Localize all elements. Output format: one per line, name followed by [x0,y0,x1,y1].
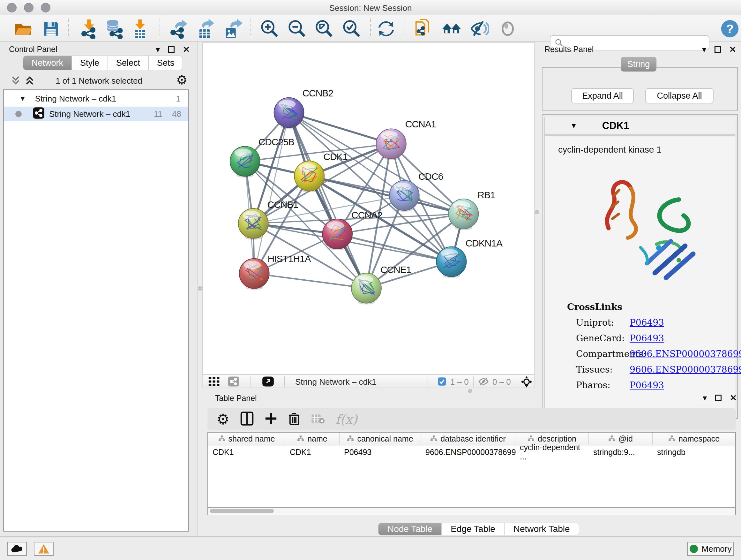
column-header-database-identifier[interactable]: database identifier [421,433,515,445]
export-table-icon[interactable] [195,18,216,39]
table-cell[interactable]: P06493 [340,445,421,459]
export-network-icon[interactable] [169,18,189,39]
node-label-CDK1: CDK1 [323,151,347,162]
selected-checkbox-icon[interactable] [437,377,447,387]
column-header-name[interactable]: name [285,433,340,445]
warning-button[interactable] [34,542,54,556]
table-row[interactable]: CDK1CDK1P064939606.ENSP00000378699cyclin… [208,445,735,459]
tab-sets[interactable]: Sets [149,56,183,70]
toolbar-separator [159,18,160,38]
left-splitter-handle[interactable] [198,287,202,291]
panel-float-icon[interactable] [715,46,721,53]
table-cell[interactable]: stringdb:9... [589,445,653,459]
network-node-CDK1[interactable] [294,161,324,192]
network-node-CCNA1[interactable] [376,129,406,160]
import-network-database-icon[interactable] [104,18,124,39]
right-splitter-handle[interactable] [535,210,539,214]
crosslink-label: Tissues: [576,364,630,375]
crosslink-pharos-link[interactable]: P06493 [630,380,664,390]
network-edge-CCNB2-CCNA1[interactable] [289,113,391,144]
add-column-icon[interactable] [265,412,277,427]
shared-column-icon [218,435,225,442]
help-icon[interactable]: ? [720,18,740,39]
panel-close-icon[interactable]: ✕ [183,45,190,54]
crosslink-tissues-link[interactable]: 9606.ENSP00000378699 [630,364,741,375]
column-header-canonical-name[interactable]: canonical name [340,433,421,445]
zoom-fit-content-icon[interactable] [314,18,334,39]
network-canvas[interactable]: CCNB2CCNA1CDC25BCDK1CDC6RB1CCNB1CCNA2CDK… [202,43,535,374]
column-header-namespace[interactable]: namespace [653,433,736,445]
inspect-eye-icon[interactable] [497,18,518,39]
crosslink-genecard-link[interactable]: P06493 [630,333,664,344]
column-header--id[interactable]: @id [589,433,653,445]
tab-network-table[interactable]: Network Table [504,523,579,536]
table-cell[interactable]: cyclin-dependent ... [515,445,589,459]
network-node-CCNB1[interactable] [239,208,268,240]
table-cell[interactable]: 9606.ENSP00000378699 [421,445,515,459]
cloud-button[interactable] [7,542,27,556]
collapse-all-button[interactable]: Collapse All [645,88,714,104]
tab-select[interactable]: Select [108,56,149,70]
network-row[interactable]: String Network – cdk1 11 48 [4,107,188,121]
crosslink-compartments-link[interactable]: 9606.ENSP00000378699 [630,349,741,359]
export-image-icon[interactable] [222,18,243,39]
tab-edge-table[interactable]: Edge Table [442,523,504,536]
table-cell[interactable]: CDK1 [285,445,340,459]
column-header-shared-name[interactable]: shared name [208,433,285,445]
table-horizontal-scrollbar[interactable] [207,508,736,515]
import-table-file-icon[interactable] [130,18,150,39]
panel-menu-arrow-icon[interactable]: ▾ [156,45,160,54]
node-label-HIST1H1A: HIST1H1A [268,253,311,264]
zoom-selected-icon[interactable] [341,18,362,39]
network-node-CCNE1[interactable] [351,273,381,305]
network-node-RB1[interactable] [449,199,479,230]
import-network-file-icon[interactable] [79,18,99,39]
network-node-CDC6[interactable] [389,180,419,212]
table-settings-gear-icon[interactable]: ⚙ [216,412,229,427]
control-panel: Control Panel ▾ ✕ Network Style Select S… [0,42,198,537]
collection-expand-arrow-icon[interactable]: ▼ [19,95,26,103]
panel-float-icon[interactable] [168,46,175,53]
memory-button[interactable]: Memory [687,542,734,556]
network-overview-icon[interactable] [227,376,240,388]
network-options-gear-icon[interactable]: ⚙ [176,73,188,86]
tab-node-table[interactable]: Node Table [378,523,442,536]
hide-eye-icon[interactable] [469,18,489,39]
refresh-icon[interactable] [376,18,396,39]
entry-collapse-arrow-icon[interactable]: ▼ [570,122,577,130]
scrollbar-thumb[interactable] [210,509,274,513]
crosslink-uniprot-link[interactable]: P06493 [630,317,664,328]
delete-table-icon[interactable] [311,413,325,426]
grid-view-icon[interactable] [208,376,221,388]
pan-crosshair-icon[interactable] [521,376,533,389]
zoom-in-icon[interactable] [259,18,280,39]
tab-string[interactable]: String [621,57,657,71]
save-session-icon[interactable] [41,18,61,39]
panel-close-icon[interactable]: ✕ [729,45,736,54]
panel-close-icon[interactable]: ✕ [730,394,737,402]
network-edge-HIST1H1A-CCNE1[interactable] [254,273,366,288]
delete-column-icon[interactable] [288,411,300,427]
table-cell[interactable]: stringdb [653,445,736,459]
show-columns-icon[interactable] [240,411,254,427]
zoom-out-icon[interactable] [287,18,307,39]
expand-all-button[interactable]: Expand All [571,88,634,104]
tab-style[interactable]: Style [72,56,108,70]
string-import-icon[interactable] [413,18,434,39]
toolbar-separator [516,376,516,387]
network-collection-row[interactable]: ▼ String Network – cdk1 1 [4,91,188,106]
function-builder-icon[interactable]: f(x) [335,412,357,427]
birds-eye-view-icon[interactable] [262,376,274,388]
hidden-eye-icon[interactable] [478,377,489,387]
panel-menu-arrow-icon[interactable]: ▾ [703,394,707,402]
home-icon[interactable] [441,18,462,39]
network-node-CDKN1A[interactable] [436,247,467,278]
entry-header[interactable]: ▼ CDK1 [544,117,735,135]
panel-float-icon[interactable] [715,395,722,401]
panel-menu-arrow-icon[interactable]: ▾ [702,45,706,54]
tab-network[interactable]: Network [23,56,72,70]
network-node-HIST1H1A[interactable] [239,259,269,290]
bottom-splitter-handle[interactable] [468,389,472,393]
open-session-icon[interactable] [13,18,33,39]
table-cell[interactable]: CDK1 [208,445,285,459]
